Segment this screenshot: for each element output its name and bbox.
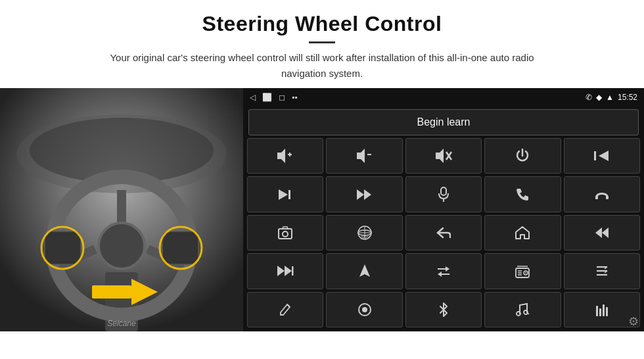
- edit-button[interactable]: [247, 292, 323, 327]
- svg-rect-69: [603, 304, 605, 316]
- fast-forward-icon: [356, 189, 373, 201]
- svg-marker-48: [359, 264, 370, 277]
- fast-forward-button[interactable]: [326, 176, 402, 212]
- signal-icon: ▪▪: [292, 93, 298, 102]
- header-section: Steering Wheel Control Your original car…: [0, 0, 644, 88]
- record-button[interactable]: [326, 292, 402, 327]
- prev-track-icon: [594, 150, 610, 162]
- svg-rect-33: [595, 196, 598, 199]
- svg-rect-13: [92, 285, 131, 299]
- vol-down-icon: [356, 149, 374, 163]
- power-button[interactable]: [484, 138, 561, 174]
- rewind-icon: [594, 227, 610, 239]
- microphone-button[interactable]: [405, 176, 482, 212]
- clock-display: 15:52: [618, 93, 637, 102]
- svg-text:360°: 360°: [361, 235, 371, 240]
- hang-up-button[interactable]: [564, 176, 640, 212]
- svg-marker-21: [436, 149, 444, 163]
- switch-button[interactable]: [405, 253, 482, 289]
- svg-rect-24: [594, 151, 596, 160]
- svg-marker-27: [279, 189, 288, 200]
- svg-rect-10: [162, 231, 198, 264]
- recent-nav-icon[interactable]: ◻: [279, 93, 285, 102]
- microphone-icon: [438, 187, 449, 203]
- title-divider: [309, 41, 335, 43]
- svg-rect-68: [599, 308, 601, 316]
- svg-marker-43: [602, 227, 609, 238]
- svg-rect-47: [292, 266, 294, 275]
- settings-icon[interactable]: ⚙: [628, 314, 639, 329]
- svg-rect-31: [441, 187, 446, 195]
- vol-up-icon: [276, 149, 294, 163]
- location-status-icon: ◆: [596, 93, 602, 102]
- ff-button[interactable]: [247, 253, 323, 289]
- content-row: Seicane ◁ ⬜ ◻ ▪▪ ✆ ◆ ▲ 15:52: [0, 88, 644, 331]
- svg-marker-19: [357, 149, 365, 163]
- svg-rect-9: [45, 231, 81, 264]
- prev-track-button[interactable]: [564, 138, 640, 174]
- music-icon: [515, 302, 530, 317]
- radio-icon: [515, 264, 530, 278]
- begin-learn-button[interactable]: Begin learn: [248, 109, 639, 135]
- svg-point-63: [362, 307, 367, 312]
- svg-text:Seicane: Seicane: [107, 319, 136, 328]
- navigation-button[interactable]: [326, 253, 402, 289]
- equalizer-icon: [595, 303, 609, 316]
- page-title: Steering Wheel Control: [26, 12, 618, 36]
- home-nav-icon[interactable]: ⬜: [262, 93, 272, 102]
- navigation-icon: [359, 264, 371, 278]
- mute-button[interactable]: [405, 138, 482, 174]
- hang-up-icon: [595, 189, 609, 200]
- wifi-status-icon: ▲: [606, 93, 614, 102]
- svg-point-52: [525, 272, 526, 274]
- control-button-grid: 360°: [247, 138, 640, 327]
- svg-line-61: [287, 304, 290, 307]
- radio-button[interactable]: [484, 253, 561, 289]
- bluetooth-icon: [438, 302, 449, 318]
- svg-marker-46: [285, 266, 292, 276]
- status-bar: ◁ ⬜ ◻ ▪▪ ✆ ◆ ▲ 15:52: [243, 88, 644, 107]
- back-button[interactable]: [405, 215, 482, 251]
- call-button[interactable]: [484, 176, 561, 212]
- back-icon: [436, 227, 451, 239]
- svg-rect-28: [288, 190, 290, 199]
- phone-status-icon: ✆: [586, 93, 592, 102]
- switch-icon: [436, 264, 451, 277]
- svg-rect-67: [596, 306, 598, 316]
- rewind-button[interactable]: [564, 215, 640, 251]
- call-icon: [516, 188, 529, 201]
- music-button[interactable]: [484, 292, 561, 327]
- back-nav-icon[interactable]: ◁: [250, 93, 256, 102]
- record-icon: [357, 302, 372, 317]
- header-description: Your original car's steering wheel contr…: [92, 50, 552, 82]
- svg-marker-42: [516, 227, 529, 239]
- camera-button[interactable]: [247, 215, 323, 251]
- menu-icon: [595, 265, 609, 277]
- svg-marker-16: [277, 149, 285, 163]
- svg-marker-44: [595, 227, 602, 238]
- svg-point-8: [99, 223, 145, 269]
- ff-icon: [277, 265, 294, 277]
- android-head-unit: ◁ ⬜ ◻ ▪▪ ✆ ◆ ▲ 15:52 Begin learn: [243, 88, 644, 331]
- power-icon: [515, 149, 530, 163]
- svg-rect-34: [606, 196, 609, 199]
- edit-icon: [279, 302, 292, 317]
- steering-wheel-photo: Seicane: [0, 88, 243, 331]
- svg-marker-45: [277, 266, 285, 276]
- begin-learn-row: Begin learn: [247, 109, 640, 135]
- 360-view-button[interactable]: 360°: [326, 215, 402, 251]
- menu-button[interactable]: [564, 253, 640, 289]
- vol-up-button[interactable]: [247, 138, 323, 174]
- home-button[interactable]: [484, 215, 561, 251]
- next-button[interactable]: [247, 176, 323, 212]
- bluetooth-button[interactable]: [405, 292, 482, 327]
- next-icon: [277, 189, 293, 201]
- vol-down-button[interactable]: [326, 138, 402, 174]
- controls-area: Begin learn: [243, 107, 644, 331]
- home-icon: [515, 226, 530, 240]
- svg-marker-30: [364, 189, 371, 200]
- page-wrapper: Steering Wheel Control Your original car…: [0, 0, 644, 331]
- svg-point-36: [283, 231, 288, 237]
- status-right-info: ✆ ◆ ▲ 15:52: [586, 93, 637, 102]
- steering-wheel-svg: Seicane: [0, 88, 243, 331]
